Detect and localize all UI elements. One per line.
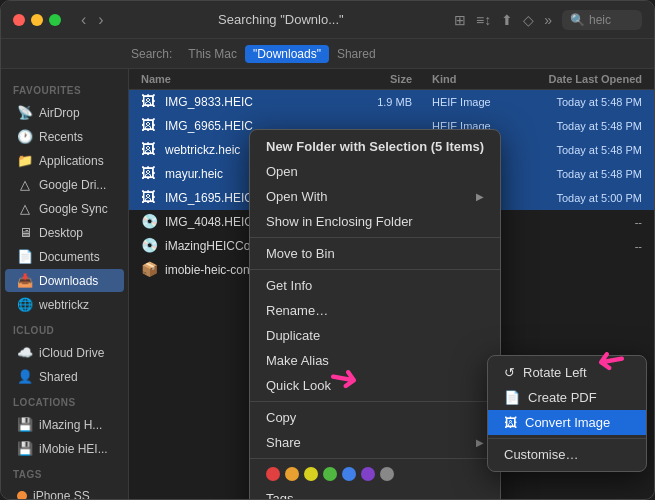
desktop-icon: 🖥 bbox=[17, 225, 33, 240]
tab-shared[interactable]: Shared bbox=[329, 45, 384, 63]
search-label: Search: bbox=[131, 47, 172, 61]
tag-dot-purple[interactable] bbox=[361, 467, 375, 481]
tag-dot-red[interactable] bbox=[266, 467, 280, 481]
imazing-icon: 💾 bbox=[17, 417, 33, 432]
sidebar-item-documents[interactable]: 📄 Documents bbox=[5, 245, 124, 268]
sidebar-item-google-sync[interactable]: △ Google Sync bbox=[5, 197, 124, 220]
sidebar-item-imobie[interactable]: 💾 iMobie HEI... bbox=[5, 437, 124, 460]
downloads-label: Downloads bbox=[39, 274, 98, 288]
copy[interactable]: Copy bbox=[250, 405, 500, 430]
downloads-icon: 📥 bbox=[17, 273, 33, 288]
make-alias[interactable]: Make Alias bbox=[250, 348, 500, 373]
duplicate[interactable]: Duplicate bbox=[250, 323, 500, 348]
separator-4 bbox=[250, 458, 500, 459]
tag-dot-yellow[interactable] bbox=[304, 467, 318, 481]
fullscreen-button[interactable] bbox=[49, 14, 61, 26]
tags-label: Tags bbox=[1, 461, 128, 484]
move-to-bin[interactable]: Move to Bin bbox=[250, 241, 500, 266]
imobie-icon: 💾 bbox=[17, 441, 33, 456]
main-area: Favourites 📡 AirDrop 🕐 Recents 📁 Applica… bbox=[1, 69, 654, 499]
search-tabs: Search: This Mac "Downloads" Shared bbox=[1, 39, 654, 69]
file-date: -- bbox=[512, 216, 642, 228]
create-pdf-icon: 📄 bbox=[504, 390, 520, 405]
recents-icon: 🕐 bbox=[17, 129, 33, 144]
new-folder-with-selection[interactable]: New Folder with Selection (5 Items) bbox=[250, 134, 500, 159]
share-icon[interactable]: ⬆ bbox=[501, 12, 513, 28]
open-with-menu-item[interactable]: Open With ▶ bbox=[250, 184, 500, 209]
share-arrow: ▶ bbox=[476, 437, 484, 448]
tag-icon[interactable]: ◇ bbox=[523, 12, 534, 28]
col-size-header: Size bbox=[332, 73, 412, 85]
file-icon: 🖼 bbox=[141, 117, 159, 135]
file-icon: 💿 bbox=[141, 213, 159, 231]
tab-this-mac[interactable]: This Mac bbox=[180, 45, 245, 63]
share-menu-item[interactable]: Share ▶ bbox=[250, 430, 500, 455]
applications-icon: 📁 bbox=[17, 153, 33, 168]
sidebar-item-shared[interactable]: 👤 Shared bbox=[5, 365, 124, 388]
iphone-ss-label: iPhone SS bbox=[33, 489, 90, 499]
file-icon: 💿 bbox=[141, 237, 159, 255]
shared-label: Shared bbox=[39, 370, 78, 384]
sidebar-item-google-drive[interactable]: △ Google Dri... bbox=[5, 173, 124, 196]
sidebar-item-recents[interactable]: 🕐 Recents bbox=[5, 125, 124, 148]
context-menu: New Folder with Selection (5 Items) Open… bbox=[249, 129, 501, 499]
search-icon: 🔍 bbox=[570, 13, 585, 27]
sidebar-item-downloads[interactable]: 📥 Downloads bbox=[5, 269, 124, 292]
traffic-lights bbox=[13, 14, 61, 26]
desktop-label: Desktop bbox=[39, 226, 83, 240]
submenu-separator bbox=[488, 438, 646, 439]
forward-button[interactable]: › bbox=[94, 9, 107, 31]
tab-downloads[interactable]: "Downloads" bbox=[245, 45, 329, 63]
tag-dot-gray[interactable] bbox=[380, 467, 394, 481]
webtrickz-label: webtrickz bbox=[39, 298, 89, 312]
file-name: IMG_9833.HEIC bbox=[165, 95, 332, 109]
window-title: Searching "Downlo..." bbox=[116, 12, 446, 27]
sort-icon[interactable]: ≡↕ bbox=[476, 12, 491, 28]
table-row[interactable]: 🖼 IMG_9833.HEIC 1.9 MB HEIF Image Today … bbox=[129, 90, 654, 114]
open-with-arrow: ▶ bbox=[476, 191, 484, 202]
sidebar-item-applications[interactable]: 📁 Applications bbox=[5, 149, 124, 172]
sidebar-item-webtrickz[interactable]: 🌐 webtrickz bbox=[5, 293, 124, 316]
icloud-label: iCloud bbox=[1, 317, 128, 340]
customise-item[interactable]: Customise… bbox=[488, 442, 646, 467]
sidebar-item-airdrop[interactable]: 📡 AirDrop bbox=[5, 101, 124, 124]
applications-label: Applications bbox=[39, 154, 104, 168]
search-bar[interactable]: 🔍 heic bbox=[562, 10, 642, 30]
sidebar-item-icloud-drive[interactable]: ☁️ iCloud Drive bbox=[5, 341, 124, 364]
sidebar-item-desktop[interactable]: 🖥 Desktop bbox=[5, 221, 124, 244]
file-date: -- bbox=[512, 240, 642, 252]
show-enclosing-folder[interactable]: Show in Enclosing Folder bbox=[250, 209, 500, 234]
convert-image-label: Convert Image bbox=[525, 415, 610, 430]
back-button[interactable]: ‹ bbox=[77, 9, 90, 31]
tag-dot-green[interactable] bbox=[323, 467, 337, 481]
sidebar-item-iphone-ss[interactable]: iPhone SS bbox=[5, 485, 124, 499]
create-pdf-item[interactable]: 📄 Create PDF bbox=[488, 385, 646, 410]
tag-dot-orange[interactable] bbox=[285, 467, 299, 481]
open-menu-item[interactable]: Open bbox=[250, 159, 500, 184]
sidebar: Favourites 📡 AirDrop 🕐 Recents 📁 Applica… bbox=[1, 69, 129, 499]
sidebar-item-imazing[interactable]: 💾 iMazing H... bbox=[5, 413, 124, 436]
google-sync-label: Google Sync bbox=[39, 202, 108, 216]
file-size: 1.9 MB bbox=[332, 96, 412, 108]
icloud-drive-label: iCloud Drive bbox=[39, 346, 104, 360]
documents-label: Documents bbox=[39, 250, 100, 264]
file-icon: 🖼 bbox=[141, 93, 159, 111]
more-icon[interactable]: » bbox=[544, 12, 552, 28]
get-info[interactable]: Get Info bbox=[250, 273, 500, 298]
close-button[interactable] bbox=[13, 14, 25, 26]
file-date: Today at 5:48 PM bbox=[512, 120, 642, 132]
google-drive-label: Google Dri... bbox=[39, 178, 106, 192]
minimize-button[interactable] bbox=[31, 14, 43, 26]
rename[interactable]: Rename… bbox=[250, 298, 500, 323]
tags-menu-item[interactable]: Tags… bbox=[250, 486, 500, 499]
tag-dot-blue[interactable] bbox=[342, 467, 356, 481]
titlebar: ‹ › Searching "Downlo..." ⊞ ≡↕ ⬆ ◇ » 🔍 h… bbox=[1, 1, 654, 39]
rotate-left-label: Rotate Left bbox=[523, 365, 587, 380]
shared-icon: 👤 bbox=[17, 369, 33, 384]
color-dots-row bbox=[250, 462, 500, 486]
convert-image-item[interactable]: 🖼 Convert Image bbox=[488, 410, 646, 435]
file-list: Name Size Kind Date Last Opened 🖼 IMG_98… bbox=[129, 69, 654, 499]
rotate-left-icon: ↺ bbox=[504, 365, 515, 380]
view-icon[interactable]: ⊞ bbox=[454, 12, 466, 28]
quick-look[interactable]: Quick Look bbox=[250, 373, 500, 398]
